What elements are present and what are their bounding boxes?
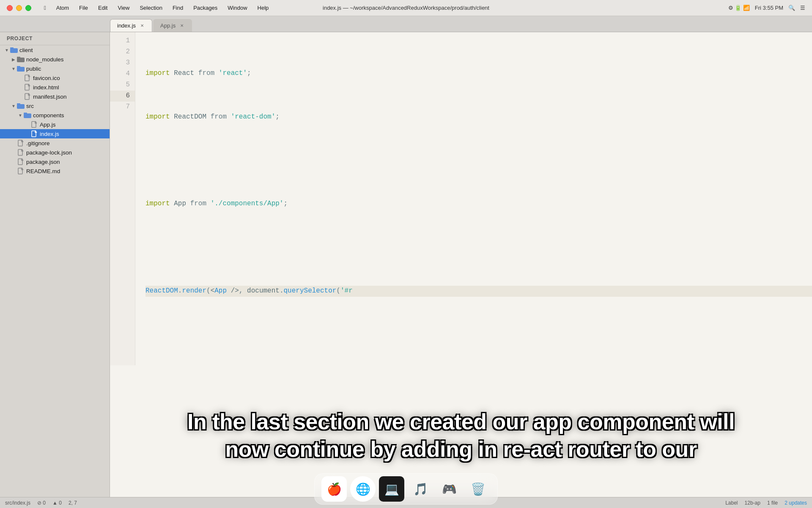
minimize-button[interactable] bbox=[16, 5, 22, 11]
sidebar-item-client[interactable]: ▼ client bbox=[0, 45, 110, 55]
tab-bar: index.js ✕ App.js ✕ bbox=[0, 16, 812, 32]
line-numbers: 1 2 3 4 5 6 7 bbox=[110, 32, 135, 365]
file-icon-packagelock bbox=[17, 149, 25, 156]
menu-packages[interactable]: Packages bbox=[189, 3, 222, 12]
svg-rect-11 bbox=[24, 113, 31, 118]
sidebar-label-gitignore: .gitignore bbox=[26, 140, 50, 146]
system-icons: ⚙ 🔋 📶 bbox=[728, 5, 750, 11]
dock-item-finder[interactable]: 🍎 bbox=[321, 476, 347, 502]
maximize-button[interactable] bbox=[25, 5, 31, 11]
code-editor[interactable]: import React from 'react'; import ReactD… bbox=[135, 32, 812, 365]
subtitle-line1: In the last section we created our app c… bbox=[152, 408, 770, 436]
dock-item-terminal[interactable]: 💻 bbox=[379, 476, 404, 502]
menu-find[interactable]: Find bbox=[168, 3, 187, 12]
menu-edit[interactable]: Edit bbox=[94, 3, 112, 12]
file-icon-appjs bbox=[30, 121, 38, 128]
tab-close-app-js[interactable]: ✕ bbox=[179, 23, 185, 29]
svg-rect-4 bbox=[17, 67, 25, 72]
folder-icon-components bbox=[24, 112, 31, 118]
code-line-2: import ReactDOM from 'react-dom'; bbox=[145, 112, 812, 123]
tab-close-index-js[interactable]: ✕ bbox=[139, 23, 145, 29]
sidebar-item-node-modules[interactable]: ▶ node_modules bbox=[0, 55, 110, 64]
svg-rect-0 bbox=[10, 48, 18, 53]
code-line-5 bbox=[145, 242, 812, 253]
file-icon-gitignore bbox=[17, 140, 25, 146]
sidebar-item-indexhtml[interactable]: ▶ index.html bbox=[0, 83, 110, 92]
tab-app-js[interactable]: App.js ✕ bbox=[153, 19, 192, 32]
traffic-lights bbox=[7, 5, 31, 11]
sidebar-item-public[interactable]: ▼ public bbox=[0, 64, 110, 73]
app-container: index.js ✕ App.js ✕ Project ▼ client ▶ bbox=[0, 16, 812, 508]
subtitle-overlay: In the last section we created our app c… bbox=[110, 408, 812, 463]
file-icon-manifest bbox=[24, 93, 31, 100]
control-strip-icon[interactable]: ☰ bbox=[800, 5, 805, 11]
chevron-right-icon: ▶ bbox=[10, 56, 17, 63]
sidebar-label-appjs: App.js bbox=[40, 121, 56, 128]
file-icon-readme bbox=[17, 168, 25, 174]
dock-item-steam[interactable]: 🎮 bbox=[436, 476, 462, 502]
tab-label-app-js: App.js bbox=[160, 22, 176, 29]
menu-window[interactable]: Window bbox=[223, 3, 251, 12]
code-line-6: ReactDOM.render(<App />, document.queryS… bbox=[145, 286, 812, 297]
sidebar-label-client: client bbox=[19, 47, 33, 53]
sidebar-label-favicon: favicon.ico bbox=[33, 75, 60, 81]
sidebar-label-indexjs: index.js bbox=[40, 131, 59, 137]
menu-file[interactable]: File bbox=[75, 3, 92, 12]
apple-menu[interactable]:  bbox=[40, 3, 50, 12]
subtitle-line2: now continue by adding in re-act router … bbox=[152, 436, 770, 463]
dock-item-chrome[interactable]: 🌐 bbox=[350, 476, 376, 502]
menu-atom[interactable]: Atom bbox=[52, 3, 73, 12]
line-num-3: 3 bbox=[110, 58, 135, 69]
sidebar-item-readme[interactable]: ▶ README.md bbox=[0, 166, 110, 176]
chevron-down-icon-public: ▼ bbox=[10, 65, 17, 72]
sidebar-item-packagelock[interactable]: ▶ package-lock.json bbox=[0, 148, 110, 157]
folder-icon bbox=[10, 47, 18, 53]
svg-rect-9 bbox=[17, 104, 25, 109]
dock: 🍎 🌐 💻 🎵 🎮 🗑️ bbox=[0, 470, 812, 508]
sidebar-item-src[interactable]: ▼ src bbox=[0, 101, 110, 110]
sidebar-label-manifest: manifest.json bbox=[33, 94, 67, 100]
sidebar-label-public: public bbox=[26, 66, 41, 72]
chevron-down-icon-comp: ▼ bbox=[17, 112, 24, 119]
menu-help[interactable]: Help bbox=[253, 3, 273, 12]
line-num-6: 6 bbox=[110, 91, 135, 102]
sidebar-label-node-modules: node_modules bbox=[26, 56, 64, 63]
dock-item-music[interactable]: 🎵 bbox=[408, 476, 433, 502]
sidebar-item-gitignore[interactable]: ▶ .gitignore bbox=[0, 138, 110, 148]
editor-content: 1 2 3 4 5 6 7 import React from 'react';… bbox=[110, 32, 812, 365]
sidebar-item-indexjs[interactable]: ▶ index.js bbox=[0, 129, 110, 138]
folder-icon-node bbox=[17, 56, 25, 62]
code-line-3 bbox=[145, 155, 812, 166]
menu-selection[interactable]: Selection bbox=[135, 3, 166, 12]
file-icon-indexjs bbox=[30, 130, 38, 137]
line-num-5: 5 bbox=[110, 80, 135, 91]
line-num-1: 1 bbox=[110, 36, 135, 47]
editor-area[interactable]: 1 2 3 4 5 6 7 import React from 'react';… bbox=[110, 32, 812, 497]
close-button[interactable] bbox=[7, 5, 13, 11]
sidebar-item-favicon[interactable]: ▶ favicon.ico bbox=[0, 73, 110, 83]
svg-rect-10 bbox=[17, 103, 20, 105]
folder-icon-src bbox=[17, 103, 25, 109]
titlebar-right: ⚙ 🔋 📶 Fri 3:55 PM 🔍 ☰ bbox=[728, 5, 805, 11]
sidebar-item-appjs[interactable]: ▶ App.js bbox=[0, 120, 110, 129]
sidebar-label-packagejson: package.json bbox=[26, 159, 60, 165]
sidebar: Project ▼ client ▶ node_modules ▼ bbox=[0, 32, 110, 497]
sidebar-item-components[interactable]: ▼ components bbox=[0, 110, 110, 120]
sidebar-label-components: components bbox=[33, 112, 64, 119]
tab-index-js[interactable]: index.js ✕ bbox=[110, 19, 152, 32]
sidebar-label-indexhtml: index.html bbox=[33, 84, 59, 91]
sidebar-item-manifest[interactable]: ▶ manifest.json bbox=[0, 92, 110, 101]
clock: Fri 3:55 PM bbox=[755, 5, 783, 11]
dock-item-trash[interactable]: 🗑️ bbox=[465, 476, 491, 502]
window-title: index.js — ~/workspace/AdvancedReduxWork… bbox=[323, 5, 489, 11]
folder-icon-public bbox=[17, 66, 25, 72]
sidebar-item-packagejson[interactable]: ▶ package.json bbox=[0, 157, 110, 166]
svg-rect-5 bbox=[17, 66, 20, 67]
file-icon-packagejson bbox=[17, 158, 25, 165]
search-icon[interactable]: 🔍 bbox=[788, 5, 795, 11]
code-line-1: import React from 'react'; bbox=[145, 68, 812, 79]
menu-view[interactable]: View bbox=[113, 3, 134, 12]
svg-rect-1 bbox=[10, 47, 14, 49]
sidebar-label-src: src bbox=[26, 103, 34, 109]
file-icon-indexhtml bbox=[24, 84, 31, 91]
